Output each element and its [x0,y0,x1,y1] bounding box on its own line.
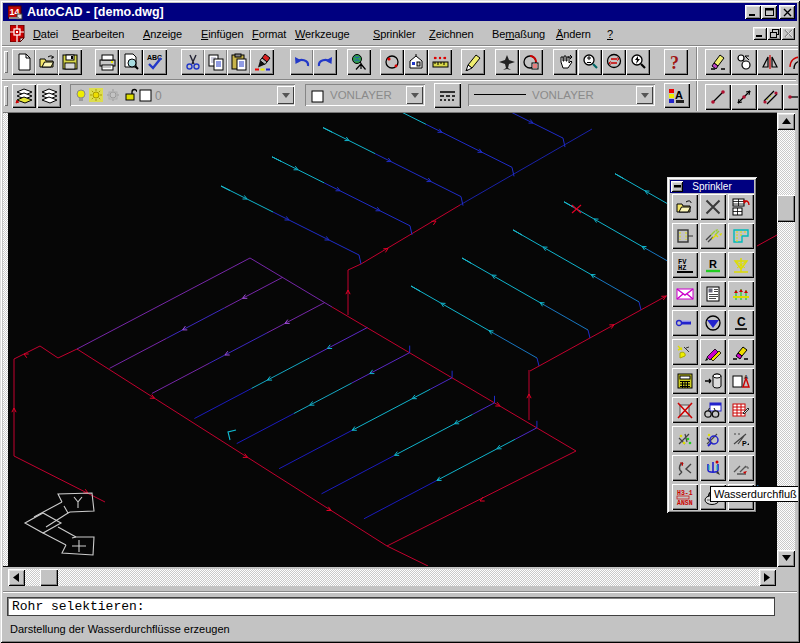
svg-text:?: ? [670,53,679,71]
svg-text:ANSN: ANSN [677,500,693,506]
svg-text:HZ: HZ [678,264,686,272]
svg-text:A: A [675,89,683,101]
svg-text:A: A [744,374,748,380]
svg-text:P: P [742,440,747,447]
svg-text:R: R [709,258,717,270]
svg-text:C: C [737,315,746,329]
